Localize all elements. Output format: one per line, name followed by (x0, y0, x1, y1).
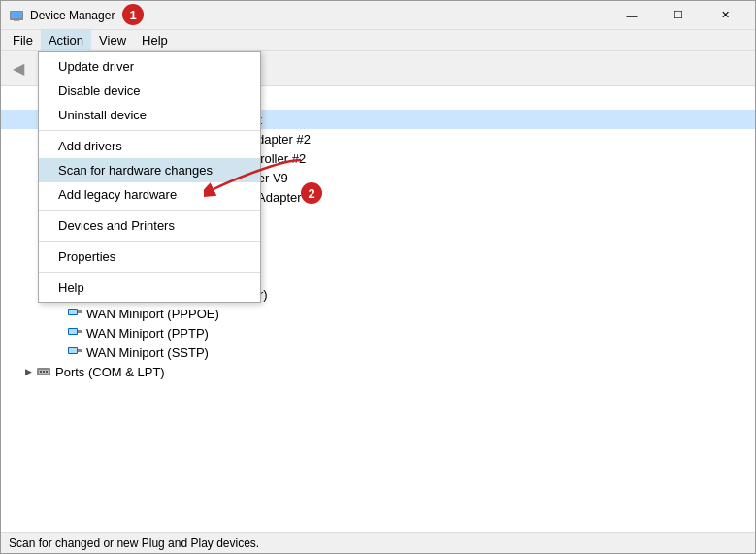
annotation-badge-1: 1 (122, 4, 144, 25)
window-icon (9, 8, 24, 23)
expander-ports[interactable]: ▶ (20, 364, 36, 379)
ports-label: Ports (COM & LPT) (55, 365, 165, 379)
svg-rect-50 (46, 371, 48, 373)
menu-add-drivers[interactable]: Add drivers (39, 134, 260, 158)
svg-rect-1 (11, 12, 22, 18)
adapter-icon-12 (67, 325, 82, 341)
adapter-12-label: WAN Miniport (PPTP) (86, 326, 209, 341)
annotation-badge-2: 2 (301, 182, 322, 204)
title-bar: Device Manager — ☐ ✕ (1, 1, 755, 30)
minimize-button[interactable]: — (609, 1, 654, 30)
menu-devices-printers[interactable]: Devices and Printers (39, 213, 260, 238)
menu-file[interactable]: File (5, 30, 41, 51)
adapter-icon-13 (67, 344, 82, 360)
ports-icon (36, 364, 51, 379)
menu-disable-device[interactable]: Disable device (39, 79, 260, 103)
svg-rect-42 (78, 330, 82, 333)
adapter-11-label: WAN Miniport (PPPOE) (86, 307, 219, 321)
device-manager-window: Device Manager — ☐ ✕ File Action View He… (0, 0, 756, 554)
menu-action[interactable]: Action (41, 30, 91, 51)
svg-rect-39 (78, 310, 82, 313)
adapter-13-label: WAN Miniport (SSTP) (86, 345, 209, 360)
separator-3 (39, 241, 260, 242)
separator-4 (39, 272, 260, 273)
menu-bar: File Action View Help Update driver Disa… (1, 30, 755, 51)
svg-rect-48 (40, 371, 42, 373)
window-title: Device Manager (30, 9, 609, 22)
svg-rect-44 (69, 348, 77, 353)
menu-properties[interactable]: Properties (39, 244, 260, 269)
action-dropdown: Update driver Disable device Uninstall d… (38, 51, 261, 303)
list-item[interactable]: WAN Miniport (PPTP) (1, 323, 755, 342)
menu-add-legacy[interactable]: Add legacy hardware (39, 182, 260, 207)
maximize-button[interactable]: ☐ (656, 1, 701, 30)
window-controls: — ☐ ✕ (609, 1, 747, 30)
close-button[interactable]: ✕ (703, 1, 747, 30)
svg-rect-45 (78, 349, 82, 352)
menu-help[interactable]: Help (134, 30, 176, 51)
svg-rect-41 (69, 329, 77, 334)
menu-scan-hardware[interactable]: Scan for hardware changes (39, 158, 260, 182)
menu-uninstall-device[interactable]: Uninstall device (39, 103, 260, 127)
svg-rect-38 (69, 310, 77, 314)
list-item[interactable]: WAN Miniport (PPPOE) (1, 304, 755, 323)
svg-rect-2 (14, 20, 19, 21)
status-text: Scan for changed or new Plug and Play de… (9, 537, 259, 550)
adapter-icon-11 (67, 306, 82, 321)
separator-1 (39, 130, 260, 131)
menu-update-driver[interactable]: Update driver (39, 54, 260, 79)
list-item[interactable]: WAN Miniport (SSTP) (1, 342, 755, 362)
menu-help-item[interactable]: Help (39, 276, 260, 300)
back-button[interactable]: ◀ (5, 55, 32, 82)
svg-rect-49 (43, 371, 45, 373)
menu-view[interactable]: View (91, 30, 134, 51)
status-bar: Scan for changed or new Plug and Play de… (1, 532, 755, 553)
separator-2 (39, 210, 260, 211)
tree-group-ports[interactable]: ▶ Ports (COM & LPT) (1, 362, 755, 381)
